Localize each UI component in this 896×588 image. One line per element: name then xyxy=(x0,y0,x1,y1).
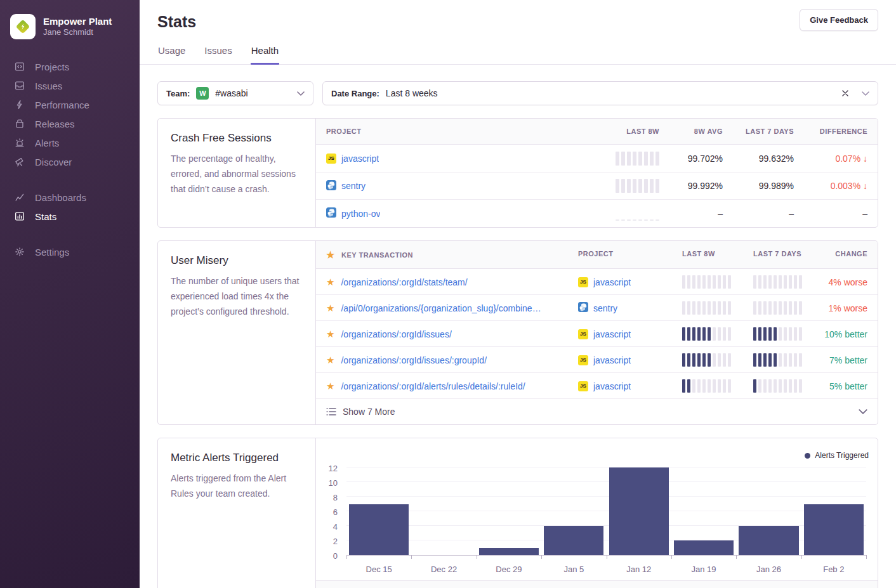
legend-label: Alerts Triggered xyxy=(815,451,869,460)
project-link[interactable]: javascript xyxy=(593,277,631,287)
y-axis-tick-label: 8 xyxy=(333,493,338,502)
sidebar-item-label: Discover xyxy=(35,157,72,167)
clear-date-range-button[interactable] xyxy=(841,89,849,97)
project-link[interactable]: javascript xyxy=(593,381,631,391)
column-header-last-7-days: Last 7 Days xyxy=(743,241,814,268)
spark-bar xyxy=(682,327,685,341)
sparkline-8w xyxy=(682,301,733,315)
spark-bar xyxy=(718,353,721,367)
change-value: 10% better xyxy=(814,323,878,346)
sidebar-item-discover[interactable]: Discover xyxy=(0,152,140,171)
spark-bar xyxy=(616,152,619,166)
bar-slot xyxy=(346,446,411,555)
project-link[interactable]: javascript xyxy=(593,355,631,365)
key-transaction-star-icon[interactable]: ★ xyxy=(326,355,334,365)
chart-legend[interactable]: Alerts Triggered xyxy=(805,451,869,460)
change-value: 7% better xyxy=(814,349,878,372)
spark-dash xyxy=(638,219,642,221)
transaction-link[interactable]: /organizations/:orgId/issues/:groupId/ xyxy=(341,355,487,365)
sidebar-item-label: Performance xyxy=(35,100,89,110)
spark-bar xyxy=(718,379,721,393)
nav-group-footer: Settings xyxy=(0,242,140,261)
give-feedback-button[interactable]: Give Feedback xyxy=(800,9,878,31)
sidebar-item-releases[interactable]: Releases xyxy=(0,114,140,133)
tab-issues[interactable]: Issues xyxy=(204,41,232,65)
bar-slot xyxy=(541,446,606,555)
project-link[interactable]: javascript xyxy=(593,329,631,339)
transaction-link[interactable]: /organizations/:orgId/issues/ xyxy=(341,329,451,339)
tab-usage[interactable]: Usage xyxy=(157,41,186,65)
bar[interactable] xyxy=(739,526,798,555)
team-select-value: #wasabi xyxy=(215,88,247,98)
project-link[interactable]: sentry xyxy=(593,303,617,313)
spark-bar xyxy=(644,152,648,166)
bar[interactable] xyxy=(479,548,539,556)
sidebar-item-alerts[interactable]: Alerts xyxy=(0,133,140,152)
chevron-down-icon xyxy=(862,91,869,96)
x-axis-tick-label: Jan 5 xyxy=(541,565,606,574)
spark-bar xyxy=(650,152,654,166)
spark-bar xyxy=(713,327,716,341)
sidebar-item-dashboards[interactable]: Dashboards xyxy=(0,188,140,207)
bar-slot xyxy=(801,446,866,555)
spark-bar xyxy=(697,379,701,393)
stats-icon xyxy=(14,211,25,222)
bar[interactable] xyxy=(674,540,734,555)
bar[interactable] xyxy=(349,504,409,556)
sidebar-item-projects[interactable]: Projects xyxy=(0,57,140,76)
sidebar-item-label: Releases xyxy=(35,119,75,129)
chevron-down-icon xyxy=(297,91,305,96)
sentry-logo-icon xyxy=(15,18,31,35)
sidebar-item-issues[interactable]: Issues xyxy=(0,76,140,95)
sidebar-nav: Projects Issues Performance Releases Ale… xyxy=(0,57,140,261)
alerts-chart: Alerts Triggered 024681012 Dec 15Dec 22D… xyxy=(320,446,871,574)
org-switcher[interactable]: Empower Plant Jane Schmidt xyxy=(0,9,140,42)
transaction-link[interactable]: /organizations/:orgId/stats/team/ xyxy=(341,277,467,287)
key-transaction-star-icon[interactable]: ★ xyxy=(326,381,334,391)
column-header-difference: Difference xyxy=(804,581,878,588)
spark-dash xyxy=(656,219,659,221)
x-axis-tick-label: Jan 26 xyxy=(736,565,801,574)
transaction-link[interactable]: /organizations/:orgId/alerts/rules/detai… xyxy=(341,381,525,391)
team-select[interactable]: Team: W #wasabi xyxy=(157,81,313,105)
spark-bar xyxy=(692,353,695,367)
spark-bar xyxy=(708,327,711,341)
avg-8w-value: 99.702% xyxy=(669,147,733,170)
key-transaction-star-icon[interactable]: ★ xyxy=(326,329,334,339)
spark-bar xyxy=(687,275,690,289)
key-transaction-star-icon[interactable]: ★ xyxy=(326,277,334,287)
sidebar-item-performance[interactable]: Performance xyxy=(0,95,140,114)
x-axis-tick xyxy=(866,555,867,559)
spark-bar xyxy=(627,179,631,193)
transaction-link[interactable]: /api/0/organizations/{organization_slug}… xyxy=(341,303,541,313)
project-link[interactable]: sentry xyxy=(341,181,366,191)
column-header-difference: Difference xyxy=(804,119,878,144)
show-more-button[interactable]: Show 7 More xyxy=(316,399,878,424)
project-link[interactable]: javascript xyxy=(341,154,379,164)
bar[interactable] xyxy=(609,467,669,555)
sidebar-item-stats[interactable]: Stats xyxy=(0,207,140,226)
date-range-label: Date Range: xyxy=(331,89,379,98)
table-row: python-ov – – – xyxy=(316,200,878,227)
issues-icon xyxy=(14,80,25,91)
spark-bar xyxy=(616,179,619,193)
date-range-select[interactable]: Date Range: Last 8 weeks xyxy=(322,81,878,105)
spark-bar xyxy=(697,301,701,315)
python-platform-icon xyxy=(326,180,336,192)
javascript-platform-icon: JS xyxy=(578,381,588,391)
bar[interactable] xyxy=(544,526,603,555)
y-axis-tick-label: 2 xyxy=(333,537,338,546)
tab-health[interactable]: Health xyxy=(251,41,279,65)
sidebar-item-settings[interactable]: Settings xyxy=(0,242,140,261)
spark-bar xyxy=(697,353,701,367)
spark-bar xyxy=(713,301,716,315)
main-content: Stats Give Feedback Usage Issues Health … xyxy=(140,0,896,588)
spark-bar xyxy=(697,327,701,341)
chevron-down-icon xyxy=(859,409,867,414)
key-transaction-star-icon[interactable]: ★ xyxy=(326,303,334,313)
column-header-8w-avg: 8w Avg xyxy=(669,119,733,144)
bar[interactable] xyxy=(804,504,864,556)
spark-bar xyxy=(723,327,726,341)
last-7-days-value: 99.989% xyxy=(733,174,804,197)
project-link[interactable]: python-ov xyxy=(341,209,380,219)
